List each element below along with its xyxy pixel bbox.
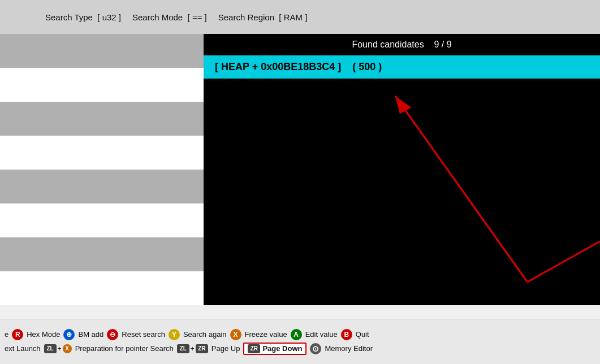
page-down-button[interactable]: ZR Page Down xyxy=(243,343,307,355)
btn-y-icon: Y xyxy=(169,329,180,340)
bottom-toolbar: e R Hex Mode ⊕ BM add ⊖ Reset search Y S… xyxy=(0,319,600,364)
btn-zr2-icon: ZR xyxy=(248,344,260,353)
search-region: Search Region [ RAM ] xyxy=(218,12,308,22)
red-arrow xyxy=(204,79,600,305)
stripe-8 xyxy=(0,271,204,305)
edit-value-label: Edit value xyxy=(305,330,338,339)
svg-line-2 xyxy=(527,241,600,282)
combo-zl-x: ZL + X xyxy=(44,344,72,353)
reset-search-label: Reset search xyxy=(122,330,165,339)
pointer-search-label: Preparation for pointer Search xyxy=(75,344,174,353)
btn-zr-icon: ZR xyxy=(196,344,208,353)
btn-x-icon: X xyxy=(230,329,241,340)
btn-b-icon: B xyxy=(341,329,352,340)
toolbar-row-1: e R Hex Mode ⊕ BM add ⊖ Reset search Y S… xyxy=(0,328,600,341)
hex-mode-label: Hex Mode xyxy=(27,330,60,339)
btn-bm-add-icon: ⊕ xyxy=(63,329,75,340)
page-down-label: Page Down xyxy=(262,344,302,353)
btn-zl2-icon: ZL xyxy=(177,344,189,353)
search-mode: Search Mode [ == ] xyxy=(132,12,207,22)
combo-zl-zr: ZL + ZR xyxy=(177,344,208,353)
memory-editor-label: Memory Editor xyxy=(325,344,373,353)
stripe-6 xyxy=(0,203,204,237)
btn-a-icon: A xyxy=(291,329,302,340)
stripe-1 xyxy=(0,34,204,68)
header-bar: Search Type [ u32 ] Search Mode [ == ] S… xyxy=(0,0,600,34)
btn-r-icon: R xyxy=(12,329,23,340)
row1-prefix: e xyxy=(5,330,8,339)
btn-memory-icon: ⊙ xyxy=(310,343,321,354)
search-type: Search Type [ u32 ] xyxy=(45,12,121,22)
stripe-2 xyxy=(0,68,204,102)
main-area: Found candidates 9 / 9 [ HEAP + 0x00BE18… xyxy=(0,34,600,305)
black-area xyxy=(204,79,600,305)
btn-zl-icon: ZL xyxy=(44,344,57,353)
page-up-label: Page Up xyxy=(211,344,240,353)
right-panel: Found candidates 9 / 9 [ HEAP + 0x00BE18… xyxy=(204,34,600,305)
candidate-row[interactable]: [ HEAP + 0x00BE18B3C4 ] ( 500 ) xyxy=(204,55,600,79)
stripe-4 xyxy=(0,136,204,170)
left-panel xyxy=(0,34,204,305)
btn-reset-icon: ⊖ xyxy=(107,329,118,340)
stripe-7 xyxy=(0,237,204,271)
stripe-3 xyxy=(0,102,204,136)
toolbar-row-2: ext Launch ZL + X Preparation for pointe… xyxy=(0,341,600,356)
svg-line-1 xyxy=(395,96,528,282)
freeze-value-label: Freeze value xyxy=(245,330,287,339)
search-again-label: Search again xyxy=(183,330,227,339)
quit-label: Quit xyxy=(356,330,369,339)
btn-x2-icon: X xyxy=(63,344,72,353)
bm-add-label: BM add xyxy=(78,330,103,339)
row2-prefix: ext Launch xyxy=(5,344,41,353)
stripe-5 xyxy=(0,170,204,203)
found-candidates-header: Found candidates 9 / 9 xyxy=(204,34,600,55)
